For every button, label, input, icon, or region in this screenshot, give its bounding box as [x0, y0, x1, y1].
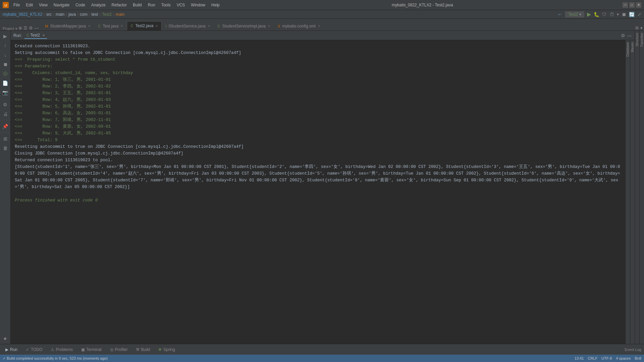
- run-button[interactable]: ▶: [587, 11, 591, 17]
- sidebar-icon-scroll[interactable]: 📄: [1, 79, 9, 87]
- tab-studentserviceimpl-icon: C: [218, 24, 220, 28]
- run-config-button[interactable]: Test2 ▾: [565, 11, 584, 17]
- breadcrumb-item-project[interactable]: mybatis_0822_KTLX2: [3, 12, 42, 17]
- tab-studentmapper-close[interactable]: ✕: [88, 24, 91, 28]
- tab-test-close[interactable]: ✕: [120, 24, 123, 28]
- breadcrumb-item-main[interactable]: main: [56, 12, 64, 17]
- tab-istudentservice[interactable]: I IStudentService.java ✕: [162, 21, 214, 31]
- bottom-tab-problems-label: Problems: [56, 347, 73, 352]
- expand-button[interactable]: ⤢: [637, 12, 641, 17]
- breadcrumb-item-src[interactable]: src: [46, 12, 52, 17]
- tab-mybatisconfig[interactable]: X mybatis-config.xml ✕: [274, 21, 324, 31]
- run-header-controls: ⚙ —: [621, 33, 632, 38]
- menu-navigate[interactable]: Navigate: [51, 2, 72, 8]
- breadcrumb-item-java[interactable]: java: [68, 12, 76, 17]
- tab-istudentservice-close[interactable]: ✕: [208, 24, 210, 28]
- breadcrumb-sep-5: ›: [99, 12, 101, 17]
- menu-refactor[interactable]: Refactor: [109, 2, 129, 8]
- bottom-tab-run[interactable]: ▶ Run: [3, 347, 19, 353]
- console-line: ==> Preparing: select * from tb_student: [15, 56, 621, 63]
- close-button[interactable]: ✕: [636, 2, 641, 8]
- tab-recent-files-icon[interactable]: ▾: [640, 25, 643, 31]
- sidebar-icon-grid[interactable]: ⊞: [1, 135, 9, 143]
- debug-button[interactable]: 🐛: [594, 12, 599, 17]
- menu-tools[interactable]: Tools: [159, 2, 173, 8]
- menu-vcs[interactable]: VCS: [174, 2, 188, 8]
- breadcrumb-sep-3: ›: [77, 12, 78, 17]
- tab-test2[interactable]: C Test2.java ✕: [127, 21, 162, 31]
- console-line: ==> Parameters:: [15, 63, 621, 70]
- menu-view[interactable]: View: [36, 2, 50, 8]
- coverage-button[interactable]: 🛡: [602, 12, 607, 17]
- menu-help[interactable]: Help: [209, 2, 222, 8]
- run-body: Created connection 1113619023.Setting au…: [11, 40, 635, 344]
- sidebar-icon-camera[interactable]: 📷: [1, 88, 9, 97]
- run-settings-icon[interactable]: ⚙: [621, 33, 625, 38]
- update-button[interactable]: 🔄: [629, 12, 635, 17]
- bottom-tab-build[interactable]: ⚒ Build: [134, 347, 152, 353]
- console-line: [15, 190, 621, 197]
- menu-edit[interactable]: Edit: [23, 2, 36, 8]
- tab-settings-icon[interactable]: ⚙: [635, 25, 639, 31]
- tab-mybatisconfig-close[interactable]: ✕: [318, 24, 320, 28]
- sidebar-icon-1[interactable]: ▶: [1, 32, 9, 40]
- bottom-tab-spring[interactable]: ❋ Spring: [156, 347, 177, 353]
- sidebar-icon-down[interactable]: ↓: [1, 51, 9, 59]
- tab-studentmapper[interactable]: M StudentMapper.java ✕: [41, 21, 94, 31]
- spring-icon: ❋: [158, 348, 162, 352]
- more-run-options[interactable]: ▾: [617, 12, 619, 17]
- sidebar-icon-settings[interactable]: ⚙: [1, 101, 9, 109]
- project-panel-toggle[interactable]: Project ▾: [1, 26, 17, 31]
- tab-icon-1[interactable]: ⊕: [18, 25, 22, 31]
- menu-run[interactable]: Run: [145, 2, 158, 8]
- breadcrumb-item-test[interactable]: test: [92, 12, 98, 17]
- tab-studentserviceimpl[interactable]: C StudentServiceImpl.java ✕: [214, 21, 274, 31]
- maximize-button[interactable]: □: [629, 2, 635, 8]
- breadcrumb-item-mainmethod[interactable]: main: [116, 12, 124, 17]
- menu-file[interactable]: File: [11, 2, 22, 8]
- sidebar-icon-print[interactable]: 🖨: [1, 110, 9, 118]
- menu-window[interactable]: Window: [188, 2, 208, 8]
- run-tab-test2[interactable]: C Test2 ✕: [24, 32, 47, 39]
- tab-icon-3[interactable]: ⚙: [29, 25, 33, 31]
- run-tab-close[interactable]: ✕: [42, 34, 45, 37]
- status-encoding[interactable]: UTF-8: [601, 356, 612, 360]
- sidebar-icon-bookmark[interactable]: ★: [1, 335, 9, 343]
- sidebar-icon-pin[interactable]: 📌: [1, 122, 9, 130]
- sidebar-icon-rerun[interactable]: ↺: [1, 70, 9, 78]
- event-log-link[interactable]: Event Log: [625, 348, 641, 352]
- run-close-icon[interactable]: —: [627, 33, 632, 38]
- console-line: Process finished with exit code 0: [15, 197, 621, 204]
- menu-code[interactable]: Code: [73, 2, 88, 8]
- navigate-back-icon[interactable]: ←: [557, 11, 562, 17]
- tab-test2-close[interactable]: ✕: [155, 24, 158, 28]
- run-config-label: Test2: [568, 12, 578, 17]
- favorites-label[interactable]: Favorites: [640, 31, 644, 49]
- bottom-tab-profiler[interactable]: ◎ Profiler: [108, 347, 130, 353]
- maven-label[interactable]: Maven: [630, 40, 635, 54]
- tab-icon-4[interactable]: —: [34, 25, 39, 31]
- bottom-tab-todo[interactable]: ✓ TODO: [23, 347, 44, 353]
- sidebar-icon-stop[interactable]: ⏹: [1, 60, 9, 68]
- status-branch[interactable]: Bn8: [635, 356, 641, 360]
- tab-studentserviceimpl-close[interactable]: ✕: [268, 24, 270, 28]
- bottom-tab-problems[interactable]: ⚠ Problems: [48, 347, 75, 353]
- database-label[interactable]: Database: [626, 40, 630, 59]
- sidebar-icon-trash[interactable]: 🗑: [1, 144, 9, 152]
- bottom-tab-terminal[interactable]: ▣ Terminal: [79, 347, 103, 353]
- structure-label[interactable]: Structure: [635, 31, 639, 49]
- console-line: Returned connection 1113619023 to pool.: [15, 157, 621, 164]
- tab-test[interactable]: C Test.java ✕: [94, 21, 127, 31]
- rerun-icon: ↺: [3, 72, 7, 76]
- status-line-ending[interactable]: CRLF: [588, 356, 597, 360]
- sidebar-icon-up[interactable]: ↑: [1, 42, 9, 50]
- stop-button[interactable]: ⏹: [622, 12, 626, 17]
- tab-icon-2[interactable]: ☰: [23, 25, 28, 31]
- breadcrumb-item-test2[interactable]: Test2: [102, 12, 112, 17]
- breadcrumb-item-com[interactable]: com: [80, 12, 88, 17]
- menu-analyze[interactable]: Analyze: [89, 2, 108, 8]
- profile-button[interactable]: ⏱: [609, 12, 614, 17]
- status-indent[interactable]: 4 spaces: [616, 356, 631, 360]
- menu-build[interactable]: Build: [130, 2, 145, 8]
- minimize-button[interactable]: ─: [623, 2, 628, 8]
